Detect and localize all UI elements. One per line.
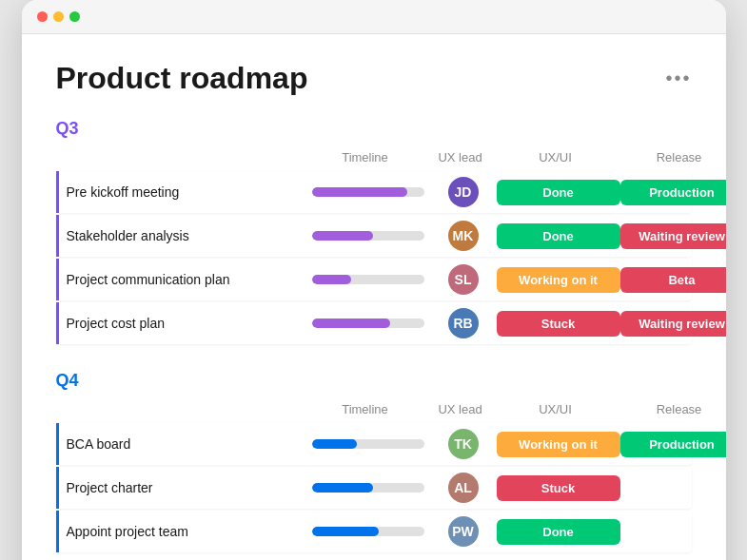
maximize-dot[interactable] xyxy=(69,11,80,22)
avatar-col: RB xyxy=(430,308,497,338)
uxui-badge[interactable]: Done xyxy=(497,180,620,205)
row-name: Project communication plan xyxy=(59,272,306,287)
avatar: AL xyxy=(448,473,479,503)
timeline-bar xyxy=(306,439,430,449)
avatar-col: JD xyxy=(430,177,497,207)
q3-section: Q3 Timeline UX lead UX/UI Release + Pre … xyxy=(56,119,692,344)
release-badge[interactable]: Beta xyxy=(620,267,726,293)
col-timeline-header: Timeline xyxy=(304,150,427,164)
col-uxlead-header-q4: UX lead xyxy=(427,402,494,416)
avatar-col: AL xyxy=(430,473,497,503)
uxui-badge[interactable]: Stuck xyxy=(497,311,620,337)
avatar: TK xyxy=(448,429,479,459)
table-row[interactable]: Project charterALStuck xyxy=(56,467,692,509)
page-title: Product roadmap xyxy=(56,61,308,96)
avatar: SL xyxy=(448,264,479,295)
q4-table-header: Timeline UX lead UX/UI Release + xyxy=(56,398,692,423)
release-badge[interactable]: Production xyxy=(620,180,726,205)
avatar-col: MK xyxy=(430,221,497,251)
uxui-badge[interactable]: Done xyxy=(497,519,620,545)
timeline-bar xyxy=(306,527,430,536)
avatar: PW xyxy=(448,516,479,547)
q3-rows: Pre kickoff meetingJDDoneProductionStake… xyxy=(56,171,692,344)
avatar-col: TK xyxy=(430,429,497,459)
q3-label: Q3 xyxy=(56,119,692,139)
timeline-bar xyxy=(306,187,430,197)
col-release-header: Release xyxy=(618,150,726,164)
release-badge[interactable]: Waiting review xyxy=(620,311,726,337)
avatar-col: PW xyxy=(430,516,497,547)
row-name: BCA board xyxy=(59,436,306,452)
q4-label: Q4 xyxy=(56,371,692,391)
uxui-badge[interactable]: Done xyxy=(497,223,620,249)
q4-rows: BCA boardTKWorking on itProductionProjec… xyxy=(56,423,692,552)
uxui-badge[interactable]: Stuck xyxy=(497,475,620,501)
page-header: Product roadmap ••• xyxy=(56,61,692,96)
table-row[interactable]: Project communication planSLWorking on i… xyxy=(56,259,692,300)
app-window: Product roadmap ••• Q3 Timeline UX lead … xyxy=(22,0,726,560)
avatar-col: SL xyxy=(430,264,497,295)
release-badge[interactable]: Production xyxy=(620,432,726,457)
timeline-bar xyxy=(306,275,430,284)
release-badge[interactable]: Waiting review xyxy=(620,223,726,249)
timeline-bar xyxy=(306,231,430,241)
table-row[interactable]: Project cost planRBStuckWaiting review xyxy=(56,302,692,344)
col-uxui-header-q4: UX/UI xyxy=(494,402,618,416)
table-row[interactable]: Stakeholder analysisMKDoneWaiting review xyxy=(56,215,692,257)
col-timeline-header-q4: Timeline xyxy=(304,402,427,416)
table-row[interactable]: BCA boardTKWorking on itProduction xyxy=(56,423,692,465)
row-name: Project cost plan xyxy=(59,316,306,331)
q4-section: Q4 Timeline UX lead UX/UI Release + BCA … xyxy=(56,371,692,552)
uxui-badge[interactable]: Working on it xyxy=(497,267,620,293)
more-button[interactable]: ••• xyxy=(665,68,691,89)
timeline-bar xyxy=(306,319,430,328)
avatar: RB xyxy=(448,308,479,338)
row-name: Pre kickoff meeting xyxy=(59,184,306,200)
col-uxlead-header: UX lead xyxy=(427,150,494,164)
col-uxui-header: UX/UI xyxy=(494,150,618,164)
table-row[interactable]: Pre kickoff meetingJDDoneProduction xyxy=(56,171,692,213)
row-name: Project charter xyxy=(59,480,306,495)
timeline-bar xyxy=(306,483,430,492)
close-dot[interactable] xyxy=(37,11,48,22)
row-name: Stakeholder analysis xyxy=(59,228,306,243)
uxui-badge[interactable]: Working on it xyxy=(497,432,620,457)
main-content: Product roadmap ••• Q3 Timeline UX lead … xyxy=(22,34,726,552)
row-name: Appoint project team xyxy=(59,524,306,539)
titlebar xyxy=(22,0,726,34)
q3-table-header: Timeline UX lead UX/UI Release + xyxy=(56,146,692,171)
avatar: MK xyxy=(448,221,479,251)
minimize-dot[interactable] xyxy=(53,11,64,22)
avatar: JD xyxy=(448,177,479,207)
table-row[interactable]: Appoint project teamPWDone xyxy=(56,511,692,552)
col-release-header-q4: Release xyxy=(618,402,726,416)
